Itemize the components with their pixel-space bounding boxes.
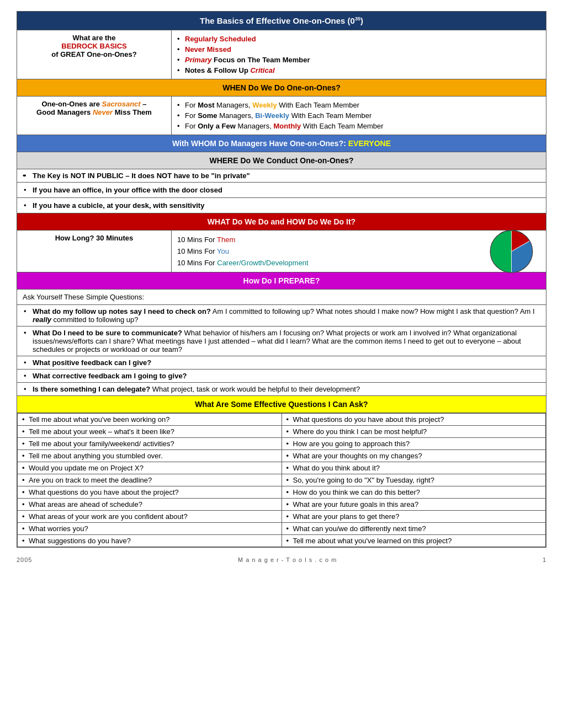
q-right-5: What do you think about it? xyxy=(282,462,546,474)
bedrock-line1: What are the xyxy=(72,34,115,42)
q-left-5: Would you update me on Project X? xyxy=(18,462,282,474)
q-row-11: What suggestions do you have? Tell me ab… xyxy=(18,535,546,547)
when-row: One-on-Ones are Sacrosanct – Good Manage… xyxy=(17,97,546,135)
when-bullets: For Most Managers, Weekly With Each Team… xyxy=(177,100,540,131)
q-right-10: What can you/we do differently next time… xyxy=(282,523,546,535)
q-right-1: What questions do you have about this pr… xyxy=(282,414,546,426)
how-long-row: How Long? 30 Minutes 10 Mins For Them 10… xyxy=(17,231,546,272)
q-left-2: Tell me about your week – what's it been… xyxy=(18,426,282,438)
pie-chart xyxy=(488,228,535,275)
q-row-5: Would you update me on Project X? What d… xyxy=(18,462,546,474)
footer: 2005 M a n a g e r - T o o l s . c o m 1 xyxy=(17,556,546,563)
q-right-6: So, you're going to do "X" by Tuesday, r… xyxy=(282,474,546,486)
q-left-4: Tell me about anything you stumbled over… xyxy=(18,450,282,462)
title-row: The Basics of Effective One-on-Ones (035… xyxy=(17,12,546,30)
bedrock-line2: BEDROCK BASICS xyxy=(61,42,126,50)
bedrock-row: What are the BEDROCK BASICS of GREAT One… xyxy=(17,30,546,79)
what-header-cell: WHAT Do We Do and HOW Do We Do It? xyxy=(17,213,546,231)
q-row-4: Tell me about anything you stumbled over… xyxy=(18,450,546,462)
bedrock-right: Regularly Scheduled Never Missed Primary… xyxy=(172,30,546,79)
q-row-3: Tell me about your family/weekend/ activ… xyxy=(18,438,546,450)
what-header-text: WHAT Do We Do and HOW Do We Do It? xyxy=(208,217,355,226)
where-header-text: WHERE Do We Conduct One-on-Ones? xyxy=(209,156,353,165)
how-long-item-2: 10 Mins For You xyxy=(177,245,540,257)
bedrock-bullet-2: Never Missed xyxy=(177,44,540,55)
q-right-9: What are your plans to get there? xyxy=(282,511,546,523)
footer-year: 2005 xyxy=(17,556,32,563)
prepare-header-row: How Do I PREPARE? xyxy=(17,272,546,290)
footer-site: M a n a g e r - T o o l s . c o m xyxy=(238,556,337,563)
when-header-cell: WHEN Do We Do One-on-Ones? xyxy=(17,79,546,97)
questions-header-row: What Are Some Effective Questions I Can … xyxy=(17,396,546,413)
where-bullet-3: • If you have a cubicle, at your desk, w… xyxy=(17,198,546,213)
q-row-6: Are you on track to meet the deadline? S… xyxy=(18,474,546,486)
how-long-label: How Long? 30 Minutes xyxy=(17,231,172,272)
q-left-10: What worries you? xyxy=(18,523,282,535)
q-right-4: What are your thoughts on my changes? xyxy=(282,450,546,462)
q-left-1: Tell me about what you've been working o… xyxy=(18,414,282,426)
prepare-header-text: How Do I PREPARE? xyxy=(243,276,320,285)
prepare-header-cell: How Do I PREPARE? xyxy=(17,272,546,290)
q-left-6: Are you on track to meet the deadline? xyxy=(18,474,282,486)
how-long-item-1: 10 Mins For Them xyxy=(177,234,540,245)
where-header-cell: WHERE Do We Conduct One-on-Ones? xyxy=(17,152,546,169)
how-long-right: 10 Mins For Them 10 Mins For You 10 Mins… xyxy=(172,231,546,272)
where-bullet-2: • If you have an office, in your office … xyxy=(17,183,546,198)
when-bullet-3: For Only a Few Managers, Monthly With Ea… xyxy=(177,121,540,131)
with-whom-header-row: With WHOM Do Managers Have One-on-Ones?:… xyxy=(17,135,546,152)
q-row-9: What areas of your work are you confiden… xyxy=(18,511,546,523)
prepare-bullet-1: • What do my follow up notes say I need … xyxy=(17,305,546,326)
prepare-bullet-1-row: • What do my follow up notes say I need … xyxy=(17,305,546,326)
prepare-bullet-4: • What corrective feedback am I going to… xyxy=(17,370,546,383)
questions-cell: Tell me about what you've been working o… xyxy=(17,413,546,548)
prepare-bullet-3: • What positive feedback can I give? xyxy=(17,356,546,370)
bedrock-bullet-1: Regularly Scheduled xyxy=(177,34,540,44)
where-bullet-2-row: • If you have an office, in your office … xyxy=(17,183,546,198)
q-row-7: What questions do you have about the pro… xyxy=(18,486,546,499)
questions-header-cell: What Are Some Effective Questions I Can … xyxy=(17,396,546,413)
q-right-11: Tell me about what you've learned on thi… xyxy=(282,535,546,547)
q-row-10: What worries you? What can you/we do dif… xyxy=(18,523,546,535)
questions-row: Tell me about what you've been working o… xyxy=(17,413,546,548)
how-long-items: 10 Mins For Them 10 Mins For You 10 Mins… xyxy=(177,234,540,269)
q-left-3: Tell me about your family/weekend/ activ… xyxy=(18,438,282,450)
ask-yourself-cell: Ask Yourself These Simple Questions: xyxy=(17,290,546,305)
prepare-bullet-2-row: • What Do I need to be sure to communica… xyxy=(17,326,546,356)
bedrock-left: What are the BEDROCK BASICS of GREAT One… xyxy=(17,30,172,79)
q-right-8: What are your future goals in this area? xyxy=(282,499,546,511)
where-bullet-3-row: • If you have a cubicle, at your desk, w… xyxy=(17,198,546,213)
q-right-3: How are you going to approach this? xyxy=(282,438,546,450)
how-long-item-3: 10 Mins For Career/Growth/Development xyxy=(177,257,540,269)
ask-yourself-text: Ask Yourself These Simple Questions: xyxy=(23,293,144,301)
what-header-row: WHAT Do We Do and HOW Do We Do It? xyxy=(17,213,546,231)
title-text: The Basics of Effective One-on-Ones (0 xyxy=(200,16,355,25)
prepare-bullet-2: • What Do I need to be sure to communica… xyxy=(17,326,546,356)
where-header-row: WHERE Do We Conduct One-on-Ones? xyxy=(17,152,546,169)
title-superscript: 35 xyxy=(355,16,360,22)
footer-page: 1 xyxy=(543,556,546,563)
questions-table: Tell me about what you've been working o… xyxy=(17,413,546,547)
title-cell: The Basics of Effective One-on-Ones (035… xyxy=(17,12,546,30)
q-left-7: What questions do you have about the pro… xyxy=(18,486,282,499)
ask-yourself-row: Ask Yourself These Simple Questions: xyxy=(17,290,546,305)
when-bullet-1: For Most Managers, Weekly With Each Team… xyxy=(177,100,540,110)
q-row-1: Tell me about what you've been working o… xyxy=(18,414,546,426)
bedrock-bullet-3: Primary Focus on The Team Member xyxy=(177,55,540,65)
where-bullet-1-row: • The Key is NOT IN PUBLIC – It does NOT… xyxy=(17,169,546,183)
prepare-bullet-5-row: • Is there something I can delegate? Wha… xyxy=(17,383,546,396)
q-row-8: What areas are ahead of schedule? What a… xyxy=(18,499,546,511)
q-left-11: What suggestions do you have? xyxy=(18,535,282,547)
bedrock-bullets: Regularly Scheduled Never Missed Primary… xyxy=(177,34,540,76)
when-right: For Most Managers, Weekly With Each Team… xyxy=(172,97,546,135)
q-left-8: What areas are ahead of schedule? xyxy=(18,499,282,511)
bedrock-bullet-4: Notes & Follow Up Critical xyxy=(177,65,540,76)
main-table: The Basics of Effective One-on-Ones (035… xyxy=(17,11,546,548)
q-row-2: Tell me about your week – what's it been… xyxy=(18,426,546,438)
questions-header-text: What Are Some Effective Questions I Can … xyxy=(195,400,368,409)
q-right-7: How do you think we can do this better? xyxy=(282,486,546,499)
when-bullet-2: For Some Managers, Bi-Weekly With Each T… xyxy=(177,110,540,121)
when-left: One-on-Ones are Sacrosanct – Good Manage… xyxy=(17,97,172,135)
when-header-row: WHEN Do We Do One-on-Ones? xyxy=(17,79,546,97)
with-whom-text: With WHOM Do Managers Have One-on-Ones?:… xyxy=(172,139,391,148)
q-left-9: What areas of your work are you confiden… xyxy=(18,511,282,523)
